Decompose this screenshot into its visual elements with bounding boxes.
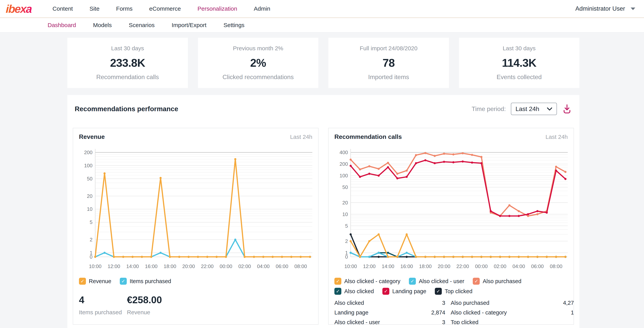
svg-text:08:00: 08:00 bbox=[550, 263, 562, 269]
check-icon: ✓ bbox=[384, 289, 388, 294]
checkbox-checked-icon[interactable]: ✓ bbox=[382, 288, 389, 295]
stat-card-value: 114.3K bbox=[502, 56, 536, 69]
legend-item-also-clicked[interactable]: ✓Also clicked bbox=[334, 288, 374, 295]
svg-text:06:00: 06:00 bbox=[531, 263, 544, 269]
series-revenue bbox=[94, 158, 311, 258]
checkbox-checked-icon[interactable]: ✓ bbox=[334, 278, 341, 285]
subnav-item-models[interactable]: Models bbox=[93, 22, 112, 28]
ibexa-logo: ibexa bbox=[6, 2, 32, 15]
legend-item-also-clicked-user[interactable]: ✓Also clicked - user bbox=[409, 278, 464, 285]
topnav-item-admin[interactable]: Admin bbox=[254, 5, 270, 12]
x-axis-labels: 10:0012:0014:0016:0018:0020:0022:0000:00… bbox=[344, 263, 562, 269]
revenue-summary-block: €258.00 Revenue bbox=[127, 294, 162, 316]
checkbox-checked-icon[interactable]: ✓ bbox=[473, 278, 480, 285]
stat-card-recommendation-calls: Last 30 days233.8KRecommendation calls bbox=[67, 38, 188, 88]
legend-item-items-purchased[interactable]: ✓Items purchased bbox=[120, 278, 171, 285]
revenue-summary: 4 Items purchased €258.00 Revenue bbox=[79, 294, 312, 316]
items-purchased-summary: 4 Items purchased bbox=[79, 294, 127, 316]
subnav-item-settings[interactable]: Settings bbox=[224, 22, 244, 28]
svg-text:20: 20 bbox=[87, 193, 92, 199]
stat-card-metric: Recommendation calls bbox=[96, 73, 159, 81]
stat-value: 3 bbox=[417, 319, 445, 325]
page-title: Recommendations performance bbox=[75, 105, 178, 113]
stat-label: Landing page bbox=[334, 310, 412, 316]
svg-text:10:00: 10:00 bbox=[344, 263, 357, 269]
stat-card-period: Last 30 days bbox=[503, 45, 536, 52]
checkbox-checked-icon[interactable]: ✓ bbox=[334, 288, 341, 295]
svg-text:100: 100 bbox=[84, 163, 92, 168]
svg-text:50: 50 bbox=[342, 184, 348, 190]
stat-label: Also clicked - user bbox=[334, 319, 412, 325]
svg-text:06:00: 06:00 bbox=[276, 263, 288, 269]
stats-table: Also clicked3Also purchased4,273Landing … bbox=[334, 300, 574, 325]
chevron-down-icon bbox=[630, 7, 636, 10]
legend-label: Items purchased bbox=[130, 278, 171, 285]
download-button[interactable] bbox=[562, 103, 572, 114]
legend-item-revenue[interactable]: ✓Revenue bbox=[79, 278, 111, 285]
stat-value: 3 bbox=[417, 300, 445, 306]
chart-title: Revenue bbox=[79, 133, 105, 140]
stat-label: Also clicked - category bbox=[451, 310, 544, 316]
stat-card-period: Last 30 days bbox=[111, 45, 144, 52]
topnav-item-forms[interactable]: Forms bbox=[116, 5, 132, 12]
time-period-value: Last 24h bbox=[516, 105, 539, 113]
user-menu[interactable]: Administrator User bbox=[575, 5, 636, 12]
checkbox-checked-icon[interactable]: ✓ bbox=[120, 278, 127, 285]
svg-text:04:00: 04:00 bbox=[257, 263, 270, 269]
svg-text:04:00: 04:00 bbox=[512, 263, 525, 269]
stat-card-imported-items: Full import 24/08/202078Imported items bbox=[328, 38, 449, 88]
stat-card-period: Previous month 2% bbox=[233, 45, 283, 52]
time-period-select[interactable]: Last 24h bbox=[511, 103, 557, 115]
subnav-item-import-export[interactable]: Import/Export bbox=[172, 22, 206, 28]
check-icon: ✓ bbox=[121, 279, 125, 284]
chevron-down-icon bbox=[547, 107, 552, 111]
svg-text:400: 400 bbox=[340, 149, 348, 155]
checkbox-checked-icon[interactable]: ✓ bbox=[409, 278, 416, 285]
topnav-item-content[interactable]: Content bbox=[52, 5, 73, 12]
stat-card-metric: Events collected bbox=[496, 73, 542, 81]
svg-text:200: 200 bbox=[340, 161, 348, 167]
time-period-label: Time period: bbox=[472, 105, 506, 113]
legend-item-also-clicked-category[interactable]: ✓Also clicked - category bbox=[334, 278, 400, 285]
svg-text:08:00: 08:00 bbox=[294, 263, 307, 269]
svg-text:20: 20 bbox=[342, 200, 348, 206]
checkbox-checked-icon[interactable]: ✓ bbox=[79, 278, 86, 285]
legend-item-also-purchased[interactable]: ✓Also purchased bbox=[473, 278, 521, 285]
svg-text:02:00: 02:00 bbox=[238, 263, 251, 269]
svg-text:20:00: 20:00 bbox=[182, 263, 195, 269]
revenue-legend: ✓Revenue✓Items purchased bbox=[79, 278, 312, 285]
svg-text:00:00: 00:00 bbox=[220, 263, 232, 269]
svg-text:02:00: 02:00 bbox=[494, 263, 506, 269]
chart-range-label: Last 24h bbox=[546, 134, 568, 140]
topnav-item-ecommerce[interactable]: eCommerce bbox=[149, 5, 181, 12]
legend-item-landing-page[interactable]: ✓Landing page bbox=[382, 288, 426, 295]
stat-value: 3 bbox=[549, 319, 574, 325]
y-axis-labels: 2001005020105210 bbox=[84, 149, 92, 260]
stat-card-metric: Imported items bbox=[368, 73, 409, 81]
topnav-item-site[interactable]: Site bbox=[90, 5, 100, 12]
svg-text:12:00: 12:00 bbox=[363, 263, 376, 269]
checkbox-checked-icon[interactable]: ✓ bbox=[435, 288, 442, 295]
user-name: Administrator User bbox=[575, 5, 625, 12]
svg-text:5: 5 bbox=[345, 223, 348, 229]
svg-text:2: 2 bbox=[90, 237, 92, 243]
legend-label: Also purchased bbox=[482, 278, 521, 285]
revenue-value: €258.00 bbox=[127, 294, 162, 306]
revenue-chart: 200100502010521010:0012:0014:0016:0018:0… bbox=[79, 142, 313, 277]
topnav-item-personalization[interactable]: Personalization bbox=[198, 5, 237, 12]
stat-value: 2,874 bbox=[417, 310, 445, 316]
svg-text:18:00: 18:00 bbox=[419, 263, 432, 269]
legend-label: Also clicked - user bbox=[419, 278, 464, 285]
panel-header: Recommendations performance Time period:… bbox=[73, 103, 574, 115]
svg-text:00:00: 00:00 bbox=[475, 263, 488, 269]
revenue-chart-card: Revenue Last 24h 200100502010521010:0012… bbox=[73, 128, 318, 325]
legend-label: Landing page bbox=[392, 288, 426, 295]
subnav-item-scenarios[interactable]: Scenarios bbox=[129, 22, 154, 28]
legend-item-top-clicked[interactable]: ✓Top clicked bbox=[435, 288, 472, 295]
subnav-item-dashboard[interactable]: Dashboard bbox=[48, 22, 76, 28]
dashboard-content: Last 30 days233.8KRecommendation callsPr… bbox=[67, 33, 579, 328]
stat-cards: Last 30 days233.8KRecommendation callsPr… bbox=[67, 38, 579, 88]
check-icon: ✓ bbox=[336, 279, 340, 284]
check-icon: ✓ bbox=[80, 279, 84, 284]
svg-text:10: 10 bbox=[87, 206, 92, 212]
